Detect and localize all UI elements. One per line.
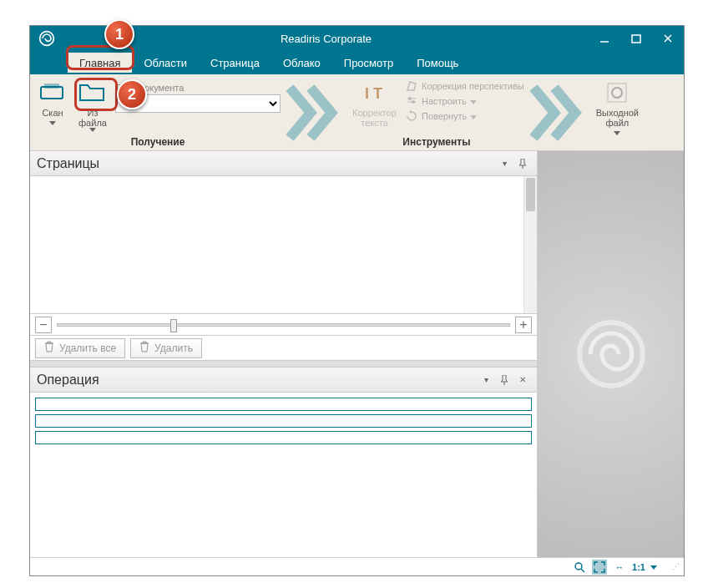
window-controls bbox=[589, 26, 684, 51]
pin-icon[interactable] bbox=[497, 373, 512, 388]
delete-buttons-row: Удалить все Удалить bbox=[30, 336, 537, 361]
resize-grip-icon[interactable]: ⋰ bbox=[672, 563, 679, 571]
group-label-tools: Инструменты bbox=[402, 136, 470, 150]
app-logo bbox=[30, 30, 63, 47]
window-title: Readiris Corporate bbox=[63, 33, 589, 45]
tab-page[interactable]: Страница bbox=[199, 53, 271, 73]
ribbon-group-output: Выходной файл bbox=[588, 74, 647, 150]
minimize-button[interactable] bbox=[589, 26, 620, 51]
tab-areas[interactable]: Области bbox=[132, 53, 199, 73]
annotation-callout-1: 1 bbox=[104, 19, 134, 49]
svg-point-16 bbox=[575, 563, 582, 570]
ops-panel-body bbox=[30, 393, 537, 557]
delete-all-label: Удалить все bbox=[59, 342, 116, 354]
text-corrector-button[interactable]: IT Корректор текста bbox=[349, 78, 400, 129]
adjust-icon bbox=[405, 94, 418, 108]
from-file-label: Из файла bbox=[78, 108, 107, 128]
svg-text:T: T bbox=[373, 85, 382, 102]
close-button[interactable] bbox=[652, 26, 684, 51]
left-column: Страницы ▾ − + Удалить все Уд bbox=[30, 151, 538, 557]
statusbar: ↔ 1:1 ⋰ bbox=[30, 557, 684, 575]
tab-home[interactable]: Главная bbox=[68, 53, 132, 73]
svg-rect-5 bbox=[41, 87, 63, 99]
pages-title: Страницы bbox=[37, 156, 99, 171]
trash-icon bbox=[44, 341, 54, 355]
panel-dropdown-icon[interactable]: ▾ bbox=[478, 373, 493, 388]
zoom-out-button[interactable]: − bbox=[35, 317, 52, 333]
ops-panel-header: Операция ▾ ✕ bbox=[30, 368, 537, 393]
operation-progress-2 bbox=[35, 414, 532, 428]
rotate-label: Повернуть bbox=[422, 111, 467, 121]
text-corrector-label: Корректор текста bbox=[352, 108, 397, 128]
ribbon-separator-chevrons bbox=[286, 74, 344, 150]
trash-icon bbox=[139, 341, 149, 355]
output-file-button[interactable]: Выходной файл bbox=[593, 78, 642, 137]
pages-scrollbar[interactable] bbox=[523, 176, 537, 313]
svg-point-11 bbox=[408, 97, 412, 100]
ops-title: Операция bbox=[37, 373, 99, 388]
pages-thumbnails-area bbox=[30, 176, 537, 314]
preview-pane bbox=[538, 151, 684, 557]
group-label-acquire: Получение bbox=[131, 136, 185, 150]
scan-label: Скан bbox=[42, 108, 63, 118]
chevron-down-icon bbox=[470, 115, 477, 119]
perspective-label: Коррекция перспективы bbox=[422, 81, 524, 91]
operation-progress-3 bbox=[35, 431, 532, 444]
svg-rect-13 bbox=[608, 84, 626, 102]
panel-dropdown-icon[interactable]: ▾ bbox=[497, 156, 512, 171]
chevron-down-icon bbox=[89, 128, 96, 132]
svg-line-17 bbox=[581, 569, 584, 572]
thumbnail-zoom-row: − + bbox=[30, 314, 537, 336]
delete-label: Удалить bbox=[154, 342, 193, 354]
zoom-slider[interactable] bbox=[57, 323, 510, 327]
scanner-icon bbox=[40, 79, 65, 106]
perspective-button[interactable]: Коррекция перспективы bbox=[405, 79, 524, 93]
tab-help[interactable]: Помощь bbox=[405, 53, 470, 73]
pages-panel-header: Страницы ▾ bbox=[30, 151, 537, 176]
fit-width-icon[interactable]: ↔ bbox=[612, 560, 627, 575]
chevron-down-icon bbox=[470, 100, 477, 104]
delete-all-button[interactable]: Удалить все bbox=[35, 338, 125, 358]
rotate-button[interactable]: Повернуть bbox=[405, 109, 524, 123]
operation-progress-1 bbox=[35, 398, 532, 411]
close-panel-icon[interactable]: ✕ bbox=[515, 373, 530, 388]
record-icon bbox=[607, 79, 627, 106]
adjust-label: Настроить bbox=[422, 96, 467, 106]
adjust-button[interactable]: Настроить bbox=[405, 94, 524, 108]
zoom-in-button[interactable]: + bbox=[515, 317, 532, 333]
ribbon-group-acquire: Скан Из файла Язык документа Получение bbox=[30, 74, 286, 150]
annotation-callout-2: 2 bbox=[117, 79, 147, 109]
ribbon-group-tools: IT Корректор текста Коррекция перспектив… bbox=[344, 74, 529, 150]
preview-watermark-icon bbox=[574, 317, 649, 392]
folder-icon bbox=[78, 79, 107, 106]
chevron-down-icon bbox=[49, 121, 56, 125]
text-corrector-icon: IT bbox=[362, 79, 387, 106]
ribbon-separator-chevrons-2 bbox=[529, 74, 588, 150]
tab-cloud[interactable]: Облако bbox=[271, 53, 332, 73]
panel-gap bbox=[30, 361, 537, 368]
zoom-ratio[interactable]: 1:1 bbox=[632, 562, 645, 572]
svg-point-12 bbox=[412, 100, 415, 104]
svg-point-14 bbox=[612, 88, 622, 98]
pin-icon[interactable] bbox=[515, 156, 530, 171]
svg-text:I: I bbox=[365, 85, 369, 102]
chevron-down-icon bbox=[614, 131, 620, 135]
ribbon-tabs: Главная Области Страница Облако Просмотр… bbox=[30, 51, 684, 74]
tab-view[interactable]: Просмотр bbox=[332, 53, 405, 73]
maximize-button[interactable] bbox=[620, 26, 652, 51]
output-file-label: Выходной файл bbox=[596, 108, 639, 128]
svg-rect-2 bbox=[632, 35, 640, 43]
rotate-icon bbox=[405, 109, 418, 123]
chevron-down-icon[interactable] bbox=[650, 565, 657, 570]
content-area: Страницы ▾ − + Удалить все Уд bbox=[30, 151, 684, 557]
scan-button[interactable]: Скан bbox=[35, 78, 70, 127]
perspective-icon bbox=[405, 79, 418, 93]
fit-to-screen-icon[interactable] bbox=[592, 560, 607, 575]
from-file-button[interactable]: Из файла bbox=[75, 78, 110, 134]
svg-rect-6 bbox=[44, 84, 59, 89]
delete-button[interactable]: Удалить bbox=[130, 338, 202, 358]
search-icon[interactable] bbox=[572, 560, 587, 575]
